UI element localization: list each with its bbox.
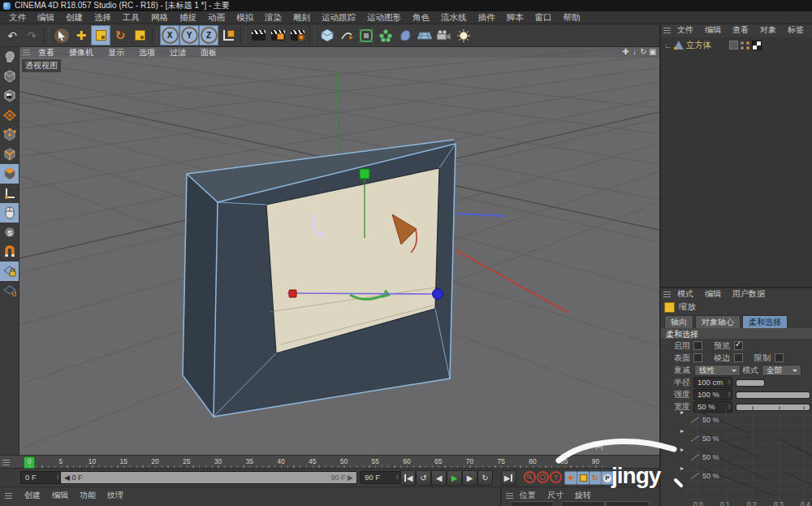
viewport-view-label[interactable]: 透视视图 (22, 59, 61, 72)
viewport-menu-5[interactable]: 面板 (194, 47, 223, 58)
menu-item-16[interactable]: 脚本 (501, 11, 529, 24)
object-manager-menu-0[interactable]: 文件 (672, 24, 698, 36)
lock-x-axis-button[interactable]: X (160, 25, 179, 45)
menu-item-0[interactable]: 文件 (3, 11, 32, 24)
previous-key-button[interactable]: ↺ (416, 470, 431, 486)
material-menu-1[interactable]: 编辑 (47, 490, 73, 501)
move-tool-button[interactable]: ✚ (71, 25, 91, 45)
mode-dropdown[interactable]: 全部 (762, 365, 801, 376)
falloff-curve-graph[interactable]: ▸50 %▸50 %▸50 %▸50 % 0.00.10.20.30.4 (661, 406, 812, 506)
snap-s-button[interactable]: S (0, 223, 19, 242)
model-mode-button[interactable] (0, 67, 19, 86)
menu-item-1[interactable]: 编辑 (32, 11, 60, 24)
lock-workplane-button[interactable] (0, 262, 19, 281)
drag-grip-icon[interactable] (663, 28, 671, 33)
preview-range-slider[interactable]: ◀ 0 F 90 F ▶ (60, 471, 357, 484)
add-subdivision-surface-button[interactable] (356, 25, 376, 45)
surface-checkbox[interactable] (693, 353, 702, 362)
drag-grip-icon[interactable] (506, 493, 513, 499)
undo-button[interactable]: ↶ (2, 25, 22, 45)
menu-item-3[interactable]: 选择 (89, 11, 117, 24)
attribute-manager-menu-0[interactable]: 模式 (672, 288, 698, 300)
rotate-icon[interactable]: ↻ (640, 47, 647, 56)
last-tool-button[interactable] (130, 25, 149, 45)
object-manager[interactable]: ∟ 立方体 (661, 37, 812, 288)
object-manager-menu-3[interactable]: 对象 (755, 24, 781, 36)
falloff-dropdown[interactable]: 线性 (694, 365, 741, 376)
rotation-field[interactable] (606, 501, 650, 506)
render-picture-viewer-button[interactable] (268, 25, 287, 45)
cube-object[interactable] (183, 140, 456, 417)
perspective-viewport[interactable]: 查看摄像机显示选项过滤面板 透视视图 ✚ ↓ ↻ ▣ 网 (19, 47, 659, 455)
make-editable-button[interactable] (0, 47, 19, 67)
spinner-icon[interactable]: ↕ (56, 472, 59, 483)
current-frame-field[interactable]: 0 F↕ (20, 471, 62, 484)
enable-axis-button[interactable] (0, 184, 19, 203)
lock-z-axis-button[interactable]: Z (199, 25, 218, 45)
position-field[interactable] (510, 501, 554, 506)
object-enable-toggle[interactable] (729, 41, 738, 50)
viewport-menu-3[interactable]: 选项 (132, 47, 162, 58)
add-camera-button[interactable] (434, 25, 454, 45)
visibility-dots-icon[interactable] (741, 41, 744, 50)
spinner-icon[interactable]: ↕ (728, 390, 731, 400)
menu-item-18[interactable]: 帮助 (558, 11, 586, 24)
lock-y-axis-button[interactable]: Y (179, 25, 199, 45)
menu-item-7[interactable]: 动画 (202, 11, 231, 24)
render-view-button[interactable] (248, 25, 268, 45)
add-light-button[interactable] (454, 25, 473, 45)
spinner-icon[interactable]: ↕ (395, 472, 399, 483)
goto-start-button[interactable]: ◀ (400, 470, 416, 486)
strength-slider[interactable] (736, 391, 810, 399)
drag-grip-icon[interactable] (663, 292, 671, 297)
viewport-mouse-button[interactable] (0, 203, 19, 223)
menu-item-11[interactable]: 运动跟踪 (316, 11, 361, 24)
menu-item-12[interactable]: 运动图形 (361, 11, 407, 24)
play-button[interactable]: ▶ (447, 470, 462, 486)
material-menu-2[interactable]: 功能 (75, 490, 101, 501)
falloff-row-value-1[interactable]: 50 % (690, 435, 719, 443)
workplane-button[interactable]: ↺ (0, 281, 19, 301)
redo-button[interactable]: ↷ (22, 25, 41, 45)
material-menu-0[interactable]: 创建 (19, 490, 45, 501)
points-mode-button[interactable] (0, 125, 19, 145)
falloff-row-expander-0[interactable]: ▸ (680, 408, 684, 416)
strength-field[interactable]: 100 %↕ (693, 389, 732, 400)
next-key-button[interactable]: ↻ (477, 470, 493, 486)
object-row[interactable]: ∟ 立方体 (661, 39, 812, 51)
menu-item-6[interactable]: 捕捉 (174, 11, 202, 24)
end-frame-field[interactable]: 90 F↕ (360, 471, 401, 484)
timeline-ruler[interactable]: 051015202530354045505560657075808590 (0, 455, 659, 469)
add-array-button[interactable] (376, 25, 395, 45)
menu-item-10[interactable]: 雕刻 (287, 11, 316, 24)
zoom-icon[interactable]: ↓ (631, 47, 638, 56)
falloff-row-expander-2[interactable]: ▸ (680, 445, 684, 453)
layer-dots-icon[interactable] (746, 41, 749, 50)
menu-item-14[interactable]: 流水线 (435, 11, 473, 24)
viewport-menu-2[interactable]: 显示 (102, 47, 131, 58)
workplane-mode-button[interactable] (0, 106, 19, 125)
coordinate-column-2[interactable]: 旋转 (570, 490, 596, 501)
keyframe-selection-button[interactable]: ? (550, 471, 562, 483)
record-keyframe-button[interactable] (524, 471, 536, 483)
coordinate-column-1[interactable]: 尺寸 (542, 490, 568, 501)
phong-tag-icon[interactable] (752, 41, 762, 50)
menu-item-8[interactable]: 模拟 (231, 11, 259, 24)
record-rotation-toggle[interactable]: ↻ (589, 471, 602, 485)
edge-checkbox[interactable] (734, 353, 743, 362)
object-manager-menu-2[interactable]: 查看 (728, 24, 754, 36)
falloff-row-value-2[interactable]: 50 % (690, 453, 719, 461)
previous-frame-button[interactable]: ◀ (431, 470, 447, 486)
live-selection-button[interactable] (52, 25, 71, 45)
radius-field[interactable]: 100 cm↕ (693, 377, 732, 388)
edges-mode-button[interactable] (0, 145, 19, 164)
object-name[interactable]: 立方体 (686, 40, 712, 51)
falloff-row-value-0[interactable]: 50 % (690, 416, 719, 424)
goto-end-button[interactable]: ▶ (501, 470, 516, 486)
polygons-mode-button[interactable] (0, 164, 19, 184)
menu-item-17[interactable]: 窗口 (529, 11, 558, 24)
attribute-manager-menu-2[interactable]: 用户数据 (728, 288, 770, 300)
add-environment-button[interactable] (415, 25, 434, 45)
scale-handle-y[interactable] (360, 169, 369, 179)
drag-grip-icon[interactable] (5, 493, 12, 499)
